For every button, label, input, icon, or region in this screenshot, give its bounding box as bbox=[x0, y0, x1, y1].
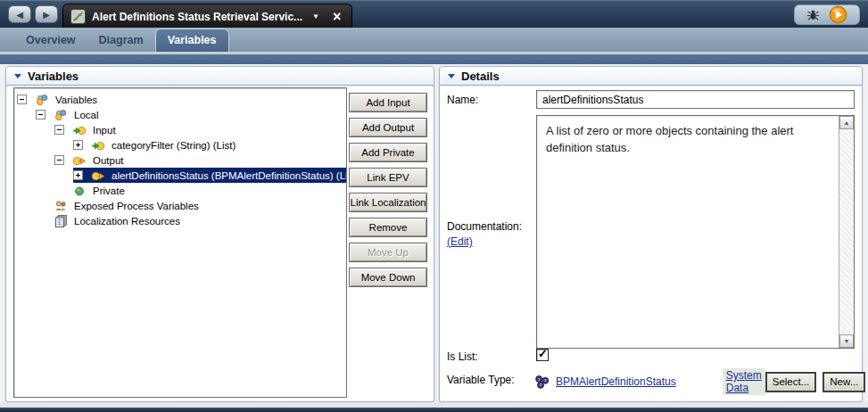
scroll-up-button[interactable]: ▲ bbox=[839, 116, 854, 129]
variables-panel-title: Variables bbox=[28, 70, 79, 83]
check-icon: ✓ bbox=[538, 347, 548, 360]
nav-forward-button[interactable]: ▶ bbox=[35, 5, 58, 23]
accent-band bbox=[0, 54, 868, 64]
localization-icon bbox=[54, 214, 68, 228]
output-icon bbox=[72, 153, 87, 168]
scroll-down-button[interactable]: ▼ bbox=[839, 334, 854, 348]
top-bar: ◀ ▶ Alert Definitions Status Retrieval S… bbox=[0, 0, 868, 28]
variable-type-link[interactable]: BPMAlertDefinitionStatus bbox=[556, 375, 676, 388]
tab-bar: OverviewDiagramVariables bbox=[0, 28, 868, 52]
tree-item-label: Local bbox=[74, 110, 99, 120]
output-icon bbox=[91, 169, 105, 183]
nav-back-button[interactable]: ◀ bbox=[8, 5, 31, 23]
document-tab[interactable]: Alert Definitions Status Retrieval Servi… bbox=[62, 4, 352, 29]
run-icon[interactable] bbox=[829, 5, 847, 24]
system-data-link[interactable]: System Data bbox=[723, 368, 765, 395]
type-icon: 132 bbox=[534, 375, 550, 390]
is-list-label: Is List: bbox=[447, 350, 478, 363]
collapse-icon[interactable] bbox=[14, 74, 21, 78]
collapse-icon[interactable] bbox=[448, 74, 455, 78]
app-window: ◀ ▶ Alert Definitions Status Retrieval S… bbox=[0, 0, 868, 412]
add-private-button[interactable]: Add Private bbox=[349, 143, 427, 162]
tree-item-exposed-process-variables[interactable]: Exposed Process Variables bbox=[14, 198, 346, 213]
variables-panel: Variables VariablesLocalInputcategoryFil… bbox=[5, 66, 434, 402]
bottom-bar bbox=[0, 408, 868, 412]
move-down-button[interactable]: Move Down bbox=[349, 268, 427, 287]
select-button[interactable]: Select... bbox=[765, 372, 817, 392]
documentation-text: A list of zero or more objects containin… bbox=[537, 116, 838, 348]
tree-item-label: Variables bbox=[55, 95, 97, 105]
document-tab-title: Alert Definitions Status Retrieval Servi… bbox=[92, 11, 302, 23]
variables-tree[interactable]: VariablesLocalInputcategoryFilter (Strin… bbox=[13, 87, 347, 398]
documentation-label: Documentation: bbox=[447, 220, 522, 233]
variables-buttons: Add InputAdd OutputAdd PrivateLink EPVLi… bbox=[349, 93, 427, 293]
collapse-icon[interactable] bbox=[36, 110, 45, 119]
input-icon bbox=[91, 138, 105, 152]
remove-button[interactable]: Remove bbox=[349, 218, 427, 237]
documentation-field[interactable]: A list of zero or more objects containin… bbox=[536, 115, 855, 349]
is-list-checkbox[interactable]: ✓ bbox=[536, 349, 549, 361]
tree-item-alertdefinitionsstatus-bpmalertdefinitions[interactable]: alertDefinitionsStatus (BPMAlertDefiniti… bbox=[14, 168, 346, 183]
tree-item-output[interactable]: Output bbox=[14, 152, 346, 168]
tab-variables[interactable]: Variables bbox=[155, 29, 229, 52]
add-input-button[interactable]: Add Input bbox=[349, 93, 427, 112]
tab-overview[interactable]: Overview bbox=[14, 29, 87, 52]
details-panel-title: Details bbox=[461, 70, 500, 83]
details-panel: Details Name: Documentation: (Edit) A li… bbox=[439, 66, 863, 402]
doc-scrollbar[interactable]: ▲ ▼ bbox=[839, 116, 854, 348]
private-icon bbox=[72, 184, 87, 198]
variables-panel-header: Variables bbox=[6, 67, 434, 86]
move-up-button[interactable]: Move Up bbox=[349, 243, 427, 262]
variables-icon bbox=[35, 93, 49, 107]
expand-icon[interactable] bbox=[73, 170, 83, 180]
details-panel-header: Details bbox=[440, 67, 862, 86]
collapse-icon[interactable] bbox=[54, 155, 64, 165]
collapse-icon[interactable] bbox=[54, 125, 64, 135]
tree-item-label: Localization Resources bbox=[74, 216, 180, 227]
service-icon bbox=[70, 9, 86, 24]
tree-item-local[interactable]: Local bbox=[14, 107, 346, 122]
tree-item-label: alertDefinitionsStatus (BPMAlertDefiniti… bbox=[112, 170, 347, 181]
expand-icon[interactable] bbox=[73, 140, 83, 150]
tree-item-label: Private bbox=[93, 185, 125, 196]
tree-item-input[interactable]: Input bbox=[14, 122, 346, 137]
new-button[interactable]: New... bbox=[823, 372, 865, 392]
variables-icon bbox=[54, 108, 68, 122]
tree-item-label: Input bbox=[93, 125, 116, 136]
tab-diagram[interactable]: Diagram bbox=[87, 29, 155, 52]
link-localization-button[interactable]: Link Localization bbox=[349, 193, 427, 212]
chevron-down-icon[interactable]: ▼ bbox=[312, 12, 319, 21]
link-epv-button[interactable]: Link EPV bbox=[349, 168, 427, 187]
epv-icon bbox=[54, 199, 68, 213]
tree-item-variables[interactable]: Variables bbox=[14, 92, 346, 107]
tree-item-private[interactable]: Private bbox=[14, 183, 346, 198]
variable-type-row: 132 BPMAlertDefinitionStatus System Data… bbox=[534, 370, 855, 393]
input-icon bbox=[72, 123, 87, 137]
close-icon[interactable]: × bbox=[333, 11, 341, 23]
edit-link[interactable]: (Edit) bbox=[447, 235, 473, 248]
tree-item-label: Output bbox=[93, 155, 124, 166]
tree-item-label: categoryFilter (String) (List) bbox=[112, 140, 236, 151]
variable-type-label: Variable Type: bbox=[447, 374, 515, 386]
tree-item-localization-resources[interactable]: Localization Resources bbox=[14, 213, 346, 228]
name-input[interactable] bbox=[536, 90, 855, 109]
back-arrow-icon: ◀ bbox=[16, 10, 23, 20]
name-label: Name: bbox=[447, 94, 478, 106]
toolbar-actions bbox=[794, 4, 860, 25]
tree-item-label: Exposed Process Variables bbox=[74, 201, 199, 211]
add-output-button[interactable]: Add Output bbox=[349, 118, 427, 137]
tree-item-categoryfilter-string-list[interactable]: categoryFilter (String) (List) bbox=[14, 137, 346, 152]
forward-arrow-icon: ▶ bbox=[43, 10, 50, 20]
collapse-icon[interactable] bbox=[17, 95, 27, 104]
nav-buttons: ◀ ▶ bbox=[8, 5, 58, 23]
debug-icon[interactable] bbox=[806, 8, 820, 21]
